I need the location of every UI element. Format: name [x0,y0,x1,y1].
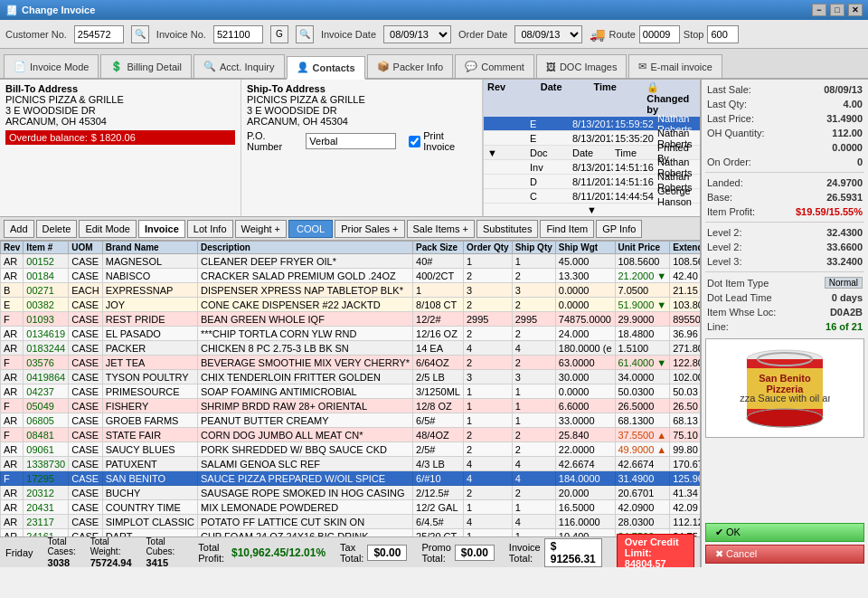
cell-brand: BUCHY [102,486,197,500]
tab-invoice-mode[interactable]: 📄 Invoice Mode [4,54,99,78]
add-button[interactable]: Add [4,220,34,238]
table-row[interactable]: AR 24161 CASE DART CUP FOAM 24 OZ 24X16 … [1,529,701,537]
cell-ship-qty: 4 [512,515,555,529]
delete-button[interactable]: Delete [36,220,78,238]
history-row-c[interactable]: C 8/11/2013 14:44:54 George Hanson [484,189,700,204]
invoice-total-label: Invoice Total: [509,542,541,564]
tab-billing-detail[interactable]: 💲 Billing Detail [100,54,192,78]
bill-to-line1: PICNICS PIZZA & GRILLE [5,94,235,105]
history-header: Rev Date Time 🔒 Changed by [484,80,700,117]
customer-search-button[interactable]: 🔍 [131,25,149,43]
table-row[interactable]: AR 0183244 CASE PACKER CHICKEN 8 PC 2.75… [1,341,701,356]
table-row[interactable]: F 08481 CASE STATE FAIR CORN DOG JUMBO A… [1,428,701,442]
acct-inquiry-label: Acct. Inquiry [220,62,275,72]
print-invoice-checkbox[interactable] [409,136,420,147]
maximize-button[interactable]: □ [830,4,844,16]
cell-ship-qty: 4 [512,471,555,486]
minimize-button[interactable]: − [812,4,826,16]
tab-comment[interactable]: 💬 Comment [455,54,534,78]
hist-expand-doc[interactable]: ▼ [486,147,528,158]
cell-pack: 12/2# [413,312,464,327]
sale-items-button[interactable]: Sale Items + [407,220,475,238]
cell-uom: CASE [69,298,103,312]
level3-label: Level 3: [707,256,742,267]
edit-mode-button[interactable]: Edit Mode [79,220,137,238]
table-row[interactable]: AR 20312 CASE BUCHY SAUSAGE ROPE SMOKED … [1,486,701,500]
invoice-g-button[interactable]: G [270,25,288,43]
gp-info-button[interactable]: GP Info [596,220,642,238]
cell-rev: AR [1,269,24,283]
table-row[interactable]: E 00382 CASE JOY CONE CAKE DISPENSER #22… [1,298,701,312]
substitutes-button[interactable]: Substitutes [476,220,538,238]
base-value: 26.5931 [826,192,863,203]
acct-inquiry-icon: 🔍 [203,61,216,72]
hist-type-inv: Inv [528,162,571,173]
col-ship-qty: Ship Qty [512,242,555,254]
find-item-button[interactable]: Find Item [540,220,594,238]
table-row[interactable]: F 05049 CASE FISHERY SHRIMP BRDD RAW 28+… [1,399,701,413]
invoice-search-button[interactable]: 🔍 [296,25,314,43]
status-bar: Friday Total Cases: 3038 Total Weight: 7… [0,536,700,567]
cell-uom: CASE [69,529,103,537]
cell-ship-qty: 4 [512,341,555,356]
close-button[interactable]: ✕ [848,4,863,16]
ok-button[interactable]: ✔ OK [705,523,864,542]
table-row[interactable]: AR 23117 CASE SIMPLOT CLASSIC POTATO FF … [1,515,701,529]
lot-info-button[interactable]: Lot Info [187,220,233,238]
hist-type-d: D [528,176,571,187]
stop-input[interactable] [707,25,739,43]
weight-button[interactable]: Weight + [235,220,288,238]
last-sale-label: Last Sale: [707,84,751,95]
title-bar-controls[interactable]: − □ ✕ [812,4,863,16]
table-row[interactable]: F 01093 CASE REST PRIDE BEAN GREEN WHOLE… [1,312,701,327]
table-row[interactable]: AR 09061 CASE SAUCY BLUES PORK SHREDDED … [1,442,701,457]
tab-packer-info[interactable]: 📦 Packer Info [367,54,454,78]
table-container[interactable]: Rev Item # UOM Brand Name Description Pa… [0,241,700,536]
total-weight-label: Total Weight: [90,536,132,556]
table-row[interactable]: F 03576 CASE JET TEA BEVERAGE SMOOTHIE M… [1,356,701,370]
cell-ship-wgt: 24.000 [555,327,615,341]
order-date-select[interactable]: 08/09/13 [514,25,582,43]
tab-doc-images[interactable]: 🖼 DOC Images [536,54,627,78]
level2-row: Level 2: 33.6600 [705,241,864,253]
tab-email-invoice[interactable]: ✉ E-mail invoice [628,54,722,78]
invoice-input[interactable] [213,25,263,43]
table-row[interactable]: AR 0134619 CASE EL PASADO ***CHIP TORTLA… [1,327,701,341]
oh-qty-value: 112.00 [832,128,863,138]
ship-to-title: Ship-To Address [247,83,476,94]
invoice-button[interactable]: Invoice [138,220,185,238]
tab-contacts[interactable]: 👤 Contacts [287,56,365,80]
table-row[interactable]: AR 20431 CASE COUNTRY TIME MIX LEMONADE … [1,500,701,515]
table-row[interactable]: AR 00152 CASE MAGNESOL CLEANER DEEP FRYE… [1,254,701,269]
cell-order-qty: 2 [463,269,512,283]
cell-pack: 12/16 OZ [413,327,464,341]
cancel-button[interactable]: ✖ Cancel [705,545,864,564]
cell-uom: CASE [69,413,103,428]
cell-ship-wgt: 116.0000 [555,515,615,529]
col-ship-wgt: Ship Wgt [555,242,615,254]
cell-ship-qty: 1 [512,529,555,537]
invoice-date-select[interactable]: 08/09/13 [383,25,451,43]
cell-uom: CASE [69,486,103,500]
table-row[interactable]: AR 0419864 CASE TYSON POULTRY CHIX TENDE… [1,370,701,384]
cell-ship-wgt: 0.0000 [555,384,615,399]
cell-ext-amt: 41.34 [670,486,700,500]
table-row[interactable]: AR 04237 CASE PRIMESOURCE SOAP FOAMING A… [1,384,701,399]
customer-input[interactable] [74,25,124,43]
route-input[interactable] [639,25,680,43]
tab-acct-inquiry[interactable]: 🔍 Acct. Inquiry [193,54,285,78]
table-row[interactable]: AR 06805 CASE GROEB FARMS PEANUT BUTTER … [1,413,701,428]
cell-desc: CUP FOAM 24 OZ 24X16 BIG DRINK [197,529,412,537]
cell-uom: CASE [69,327,103,341]
prior-sales-button[interactable]: Prior Sales + [335,220,404,238]
table-row[interactable]: AR 1338730 CASE PATUXENT SALAMI GENOA SL… [1,457,701,471]
cool-button[interactable]: COOL [288,220,333,238]
table-row[interactable]: F 17295 CASE SAN BENITO SAUCE PIZZA PREP… [1,471,701,486]
table-row[interactable]: B 00271 EACH EXPRESSNAP DISPENSER XPRESS… [1,283,701,298]
cell-ext-amt: 170.67 [670,457,700,471]
po-input[interactable] [306,133,396,149]
cell-desc: CRACKER SALAD PREMIUM GOLD .24OZ [197,269,412,283]
cell-pack: 12/8 OZ [413,399,464,413]
table-row[interactable]: AR 00184 CASE NABISCO CRACKER SALAD PREM… [1,269,701,283]
cell-order-qty: 1 [463,500,512,515]
